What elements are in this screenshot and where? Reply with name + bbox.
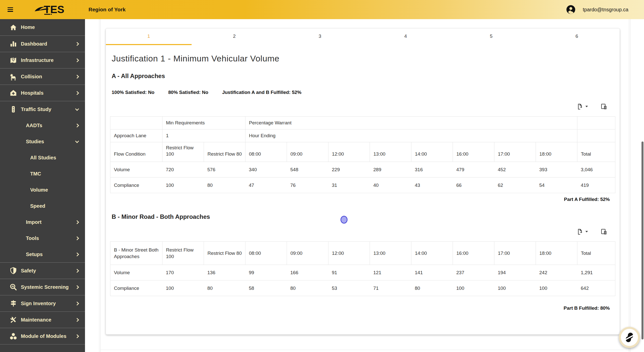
table-cell: 316 — [411, 162, 453, 178]
part-b-fulfilled-label: Part B Fulfilled: 80% — [110, 305, 615, 311]
feedback-widget-button[interactable] — [619, 327, 640, 348]
sidebar-item-studies[interactable]: Studies — [0, 133, 85, 150]
table-cell: 452 — [494, 162, 536, 178]
table-cell: 170 — [162, 265, 204, 280]
column-header: Total — [577, 142, 615, 162]
sidebar-item-speed[interactable]: Speed — [0, 198, 85, 214]
section-a-heading: A - All Approaches — [112, 73, 615, 80]
tab-2[interactable]: 2 — [192, 28, 277, 45]
table-cell: 194 — [494, 265, 536, 280]
sidebar-item-home[interactable]: Home — [0, 19, 85, 36]
part-a-fulfilled-label: Part A Fulfilled: 52% — [110, 197, 615, 202]
chevron-right-icon — [75, 252, 79, 256]
sidebar-item-import[interactable]: Import — [0, 214, 85, 230]
vertical-scrollbar-thumb[interactable] — [641, 142, 643, 339]
signpost-icon — [10, 300, 17, 307]
chevron-right-icon — [75, 123, 79, 127]
column-header — [577, 129, 615, 142]
inner-scroll-track-left — [99, 19, 101, 352]
table-cell: 720 — [162, 162, 204, 178]
sidebar-item-sign-inventory[interactable]: Sign Inventory — [0, 295, 85, 311]
sidebar-item-volume[interactable]: Volume — [0, 182, 85, 198]
sidebar-item-tools[interactable]: Tools — [0, 230, 85, 246]
tab-6[interactable]: 6 — [534, 28, 620, 45]
widget-logo-icon — [624, 332, 635, 343]
user-box[interactable]: tpardo@tnsgroup.ca — [566, 0, 628, 19]
export-button[interactable] — [576, 228, 588, 235]
tab-3[interactable]: 3 — [277, 28, 363, 45]
region-title: Region of York — [89, 7, 125, 13]
column-chooser-button[interactable] — [600, 103, 607, 110]
chevron-down-icon — [75, 107, 79, 111]
table-a-subband-row: Approach Lane 1 Hour Ending — [110, 129, 615, 142]
tes-logo[interactable]: TES — [33, 4, 73, 17]
table-b-columns-row: B - Minor Street Both Approaches Restric… — [110, 242, 615, 265]
hamburger-menu-icon[interactable] — [8, 7, 13, 12]
table-cell: 166 — [287, 265, 328, 280]
table-cell: 91 — [328, 265, 370, 280]
sidebar-item-hospitals[interactable]: Hospitals — [0, 85, 85, 101]
page-title: Justification 1 - Minimum Vehicular Volu… — [112, 54, 615, 63]
table-cell: 47 — [245, 178, 287, 193]
export-button[interactable] — [576, 103, 588, 110]
map-pin-icon — [10, 56, 17, 64]
table-cell: 100 — [536, 280, 577, 296]
table-cell: 100 — [162, 280, 204, 296]
sidebar-item-collision[interactable]: Collision — [0, 68, 85, 85]
tab-1[interactable]: 1 — [106, 28, 192, 45]
sidebar-nav: Home Dashboard Infrastructure Collision — [0, 19, 85, 352]
dashboard-icon — [10, 40, 17, 48]
sidebar-item-safety[interactable]: Safety — [0, 262, 85, 279]
column-chooser-button[interactable] — [600, 228, 607, 235]
column-header: Flow Condition — [110, 142, 162, 162]
sidebar-item-tmc[interactable]: TMC — [0, 166, 85, 182]
sidebar-item-dashboard[interactable]: Dashboard — [0, 36, 85, 52]
app-root: TES Region of York tpardo@tnsgroup.ca Ho… — [0, 0, 644, 352]
table-cell: 80 — [287, 280, 328, 296]
sidebar-item-traffic-study[interactable]: Traffic Study — [0, 101, 85, 117]
tab-4[interactable]: 4 — [363, 28, 449, 45]
top-bar: TES Region of York tpardo@tnsgroup.ca — [0, 0, 644, 19]
stat-100-satisfied: 100% Satisfied: No — [112, 90, 154, 95]
column-header-hour-ending: Hour Ending — [245, 129, 577, 142]
touch-indicator — [340, 216, 348, 224]
sidebar-item-infrastructure[interactable]: Infrastructure — [0, 52, 85, 68]
table-cell: 58 — [245, 280, 287, 296]
sidebar-item-aadts[interactable]: AADTs — [0, 117, 85, 133]
shield-icon — [10, 267, 17, 274]
table-cell: 54 — [536, 178, 577, 193]
sidebar-item-maintenance[interactable]: Maintenance — [0, 311, 85, 328]
column-header: 12:00 — [328, 242, 370, 265]
chevron-right-icon — [75, 236, 79, 240]
chevron-right-icon — [75, 91, 79, 95]
table-cell: 80 — [204, 178, 245, 193]
table-cell: 393 — [536, 162, 577, 178]
table-cell: Compliance — [110, 178, 162, 193]
table-cell: Compliance — [110, 280, 162, 296]
column-header: 13:00 — [370, 142, 411, 162]
sidebar-item-setups[interactable]: Setups — [0, 246, 85, 262]
table-cell: 576 — [204, 162, 245, 178]
column-header: 14:00 — [411, 142, 453, 162]
chevron-right-icon — [75, 58, 79, 62]
sidebar-item-systemic-screening[interactable]: Systemic Screening — [0, 279, 85, 295]
tes-logo-icon: TES — [33, 4, 73, 16]
table-b-compliance-row: Compliance 100 80 58 80 53 71 80 100 100… — [110, 280, 615, 296]
sidebar-item-module-of-modules[interactable]: Module of Modules — [0, 328, 85, 344]
tab-5[interactable]: 5 — [448, 28, 534, 45]
chevron-right-icon — [75, 220, 79, 224]
table-cell: 80 — [411, 280, 453, 296]
column-header: 16:00 — [453, 242, 494, 265]
chevron-down-icon — [75, 139, 79, 143]
user-avatar-icon[interactable] — [566, 5, 576, 14]
justification-tabs: 1 2 3 4 5 6 — [106, 28, 620, 45]
column-header: 16:00 — [453, 142, 494, 162]
column-header-percentage-warrant: Percentage Warrant — [245, 117, 577, 129]
dropdown-caret-icon — [585, 106, 588, 107]
chevron-right-icon — [75, 301, 79, 305]
sidebar-item-all-studies[interactable]: All Studies — [0, 150, 85, 166]
table-cell: 100 — [162, 178, 204, 193]
wrench-screwdriver-icon — [10, 316, 17, 324]
table-cell: 548 — [287, 162, 328, 178]
chevron-right-icon — [75, 42, 79, 46]
